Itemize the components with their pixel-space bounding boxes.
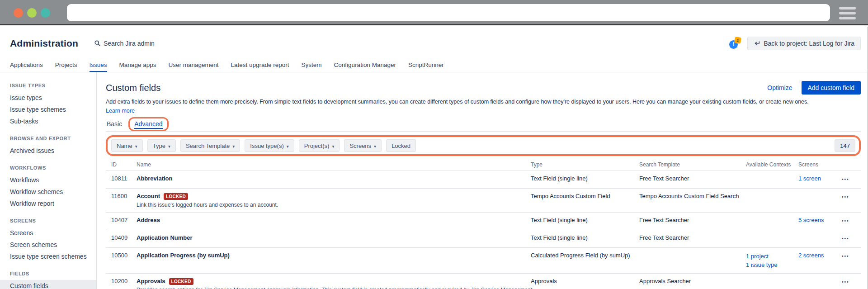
sidebar-item-workflow-schemes[interactable]: Workflow schemes — [0, 186, 96, 198]
custom-field-type: Calculated Progress Field (by sumUp) — [531, 248, 639, 263]
sidebar-item-issue-type-schemes[interactable]: Issue type schemes — [0, 104, 96, 115]
screens-cell — [798, 189, 840, 197]
filter-screens-label: Screens — [349, 142, 371, 149]
table-row: 11600 Account LOCKED Link this issue's l… — [106, 189, 861, 213]
sidebar-item-screens[interactable]: Screens — [0, 227, 96, 239]
sidebar-item-issue-type-screen-schemes[interactable]: Issue type screen schemes — [0, 251, 96, 262]
custom-field-name: Application Progress (by sumUp) — [137, 252, 230, 259]
tab-advanced[interactable]: Advanced — [134, 120, 162, 129]
sidebar-item-issue-types[interactable]: Issue types — [0, 92, 96, 104]
sidebar-heading: BROWSE AND EXPORT — [0, 135, 96, 142]
row-actions-menu-icon[interactable] — [840, 175, 851, 184]
content-area: ISSUE TYPES Issue types Issue type schem… — [0, 72, 867, 289]
row-actions-menu-icon[interactable] — [840, 217, 851, 226]
custom-fields-main: Custom fields Optimize Add custom field … — [97, 72, 867, 289]
available-contexts-cell — [746, 230, 798, 238]
hamburger-bar — [839, 17, 856, 19]
sidebar-item-screen-schemes[interactable]: Screen schemes — [0, 239, 96, 251]
window-close-button[interactable] — [14, 8, 23, 18]
custom-field-type: Tempo Accounts Custom Field — [531, 189, 639, 204]
title-row: Custom fields Optimize Add custom field — [106, 82, 861, 93]
optimize-link[interactable]: Optimize — [767, 84, 792, 91]
admin-search-label: Search Jira admin — [104, 40, 155, 47]
header-actions: 1 Back to project: Last Log for Jira — [729, 37, 861, 50]
hamburger-menu-icon[interactable] — [839, 7, 856, 19]
screens-link[interactable]: 1 screen — [798, 175, 821, 182]
screens-link[interactable]: 2 screens — [798, 252, 824, 259]
table-row: 10407 Address Text Field (single line) F… — [106, 213, 861, 230]
row-actions-menu-icon[interactable] — [840, 193, 851, 202]
filter-type-button[interactable]: Type — [147, 139, 176, 152]
custom-field-name-cell: Address — [137, 213, 531, 228]
nav-item-projects[interactable]: Projects — [55, 62, 77, 72]
search-template-cell — [639, 248, 746, 256]
sidebar-section-screens: SCREENS Screens Screen schemes Issue typ… — [0, 218, 96, 262]
custom-field-name-cell: Approvals LOCKED Provides search options… — [137, 274, 531, 289]
back-arrow-icon — [754, 41, 760, 46]
chevron-down-icon — [168, 142, 170, 149]
sidebar: ISSUE TYPES Issue types Issue type schem… — [0, 72, 97, 289]
advanced-tab-annotation: Advanced — [128, 117, 168, 131]
tab-basic[interactable]: Basic — [106, 120, 126, 129]
custom-field-id: 10409 — [106, 230, 137, 246]
window-minimize-button[interactable] — [27, 8, 37, 18]
search-template-cell: Approvals Searcher — [639, 274, 746, 289]
locked-badge: LOCKED — [164, 193, 188, 200]
custom-field-id: 10811 — [106, 171, 137, 186]
results-count-badge: 147 — [835, 139, 855, 152]
filter-issue-types-label: Issue type(s) — [250, 142, 283, 149]
custom-field-id: 10200 — [106, 274, 137, 289]
nav-item-issues[interactable]: Issues — [90, 62, 107, 72]
chevron-down-icon — [374, 142, 376, 149]
row-actions-menu-icon[interactable] — [840, 252, 851, 261]
back-to-project-button[interactable]: Back to project: Last Log for Jira — [747, 37, 861, 50]
row-actions-menu-icon[interactable] — [840, 278, 851, 287]
admin-header: Administration Search Jira admin 1 Back … — [0, 27, 867, 60]
view-tabs: Basic Advanced — [106, 118, 861, 132]
context-issue-type-link[interactable]: 1 issue type — [746, 261, 798, 269]
available-contexts-cell — [746, 213, 798, 221]
learn-more-link[interactable]: Learn more — [106, 108, 135, 114]
nav-item-user-management[interactable]: User management — [168, 62, 218, 72]
row-actions-menu-icon[interactable] — [840, 234, 851, 243]
nav-item-system[interactable]: System — [302, 62, 322, 72]
filter-screens-button[interactable]: Screens — [344, 139, 382, 152]
custom-field-name-cell: Abbreviation — [137, 171, 531, 186]
screens-link[interactable]: 5 screens — [798, 217, 824, 223]
filter-search-template-label: Search Template — [186, 142, 230, 149]
sidebar-item-workflows[interactable]: Workflows — [0, 174, 96, 186]
nav-item-manage-apps[interactable]: Manage apps — [119, 62, 156, 72]
nav-item-scriptrunner[interactable]: ScriptRunner — [408, 62, 444, 72]
search-icon — [94, 40, 100, 46]
hamburger-bar — [839, 12, 856, 14]
available-contexts-cell: 1 project 1 issue type — [746, 248, 798, 273]
add-custom-field-button[interactable]: Add custom field — [802, 81, 861, 95]
admin-search[interactable]: Search Jira admin — [94, 40, 155, 47]
filter-issue-types-button[interactable]: Issue type(s) — [245, 139, 294, 152]
context-project-link[interactable]: 1 project — [746, 252, 798, 261]
actions-cell — [840, 274, 861, 289]
nav-item-applications[interactable]: Applications — [10, 62, 43, 72]
filter-name-button[interactable]: Name — [111, 139, 143, 152]
table-row: 10409 Application Number Text Field (sin… — [106, 230, 861, 248]
custom-field-id: 11600 — [106, 189, 137, 204]
sidebar-heading: ISSUE TYPES — [0, 82, 96, 89]
actions-cell — [840, 189, 861, 206]
sidebar-item-custom-fields[interactable]: Custom fields — [0, 280, 96, 289]
chevron-down-icon — [287, 142, 289, 149]
filter-locked-button[interactable]: Locked — [386, 139, 416, 152]
window-maximize-button[interactable] — [41, 8, 50, 18]
sidebar-item-sub-tasks[interactable]: Sub-tasks — [0, 115, 96, 127]
available-contexts-cell — [746, 189, 798, 197]
notification-icon[interactable]: 1 — [729, 38, 740, 49]
filter-search-template-button[interactable]: Search Template — [180, 139, 240, 152]
nav-item-latest-upgrade-report[interactable]: Latest upgrade report — [231, 62, 289, 72]
filter-locked-label: Locked — [392, 142, 410, 149]
sidebar-item-workflow-report[interactable]: Workflow report — [0, 198, 96, 209]
sidebar-item-archived-issues[interactable]: Archived issues — [0, 145, 96, 156]
filter-projects-button[interactable]: Project(s) — [299, 139, 340, 152]
screens-cell: 2 screens — [798, 248, 840, 263]
custom-field-name: Application Number — [137, 234, 193, 242]
browser-address-bar[interactable] — [67, 4, 830, 21]
nav-item-configuration-manager[interactable]: Configuration Manager — [334, 62, 396, 72]
